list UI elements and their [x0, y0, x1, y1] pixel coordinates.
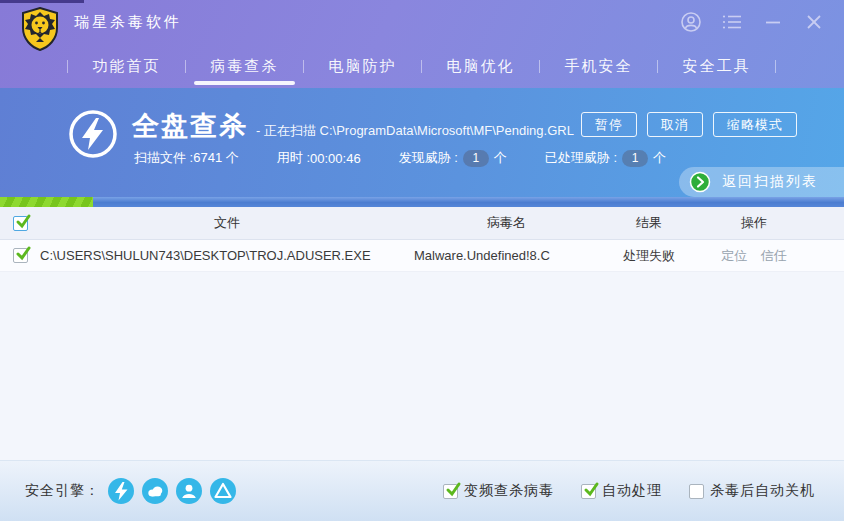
- cloud-engine-icon[interactable]: [142, 478, 168, 504]
- cancel-button[interactable]: 取消: [647, 112, 703, 137]
- minimize-icon[interactable]: [761, 10, 785, 34]
- stat-files-scanned: 扫描文件 : 6741 个: [134, 149, 239, 167]
- user-engine-icon[interactable]: [176, 478, 202, 504]
- account-icon[interactable]: [679, 10, 703, 34]
- stat-label: 用时 :: [277, 149, 310, 167]
- row-file-path: C:\USERS\SHULUN743\DESKTOP\TROJ.ADUSER.E…: [40, 248, 414, 263]
- scan-stats: 扫描文件 : 6741 个 用时 : 00:00:46 发现威胁 : 1 个 已…: [134, 149, 704, 167]
- scan-progress-fill: [0, 197, 93, 207]
- stat-label: 扫描文件 :: [134, 149, 193, 167]
- tab-label: 功能首页: [93, 57, 161, 76]
- stat-value: 6741 个: [193, 149, 239, 167]
- results-table-header: 文件 病毒名 结果 操作: [0, 207, 844, 240]
- main-nav: 功能首页 病毒查杀 电脑防护 电脑优化 手机安全 安全工具: [0, 44, 844, 88]
- select-all-checkbox[interactable]: [13, 216, 28, 231]
- drive-engine-icon[interactable]: [210, 478, 236, 504]
- thumbnail-mode-button[interactable]: 缩略模式: [713, 112, 797, 137]
- scan-progress-bar: [0, 197, 844, 207]
- scan-buttons: 暂停 取消 缩略模式: [581, 112, 797, 137]
- tab-label: 病毒查杀: [211, 57, 279, 76]
- row-result: 处理失败: [599, 247, 699, 265]
- stat-unit: 个: [653, 149, 666, 167]
- stat-threats-found: 发现威胁 : 1 个: [399, 149, 507, 167]
- stat-value: 00:00:46: [310, 151, 361, 166]
- tab-pc-protection[interactable]: 电脑防护: [304, 44, 421, 88]
- row-virus-name: Malware.Undefined!8.C: [414, 248, 599, 263]
- tab-security-tools[interactable]: 安全工具: [658, 44, 775, 88]
- footer-options: 变频查杀病毒 自动处理 杀毒后自动关机: [443, 482, 815, 500]
- option-label: 变频查杀病毒: [464, 482, 554, 500]
- option-label: 杀毒后自动关机: [710, 482, 815, 500]
- back-button-label: 返回扫描列表: [722, 173, 818, 191]
- stat-label: 已处理威胁 :: [545, 149, 617, 167]
- results-empty-area: [0, 272, 844, 460]
- option-smart-scan[interactable]: 变频查杀病毒: [443, 482, 554, 500]
- menu-icon[interactable]: [720, 10, 744, 34]
- scan-title: 全盘查杀: [132, 108, 248, 144]
- locate-link[interactable]: 定位: [721, 248, 747, 263]
- app-logo-lion-shield-icon: [20, 7, 60, 55]
- row-actions: 定位 信任: [699, 247, 809, 265]
- lightning-scan-icon: [68, 109, 118, 163]
- app-title: 瑞星杀毒软件: [74, 13, 182, 32]
- row-checkbox[interactable]: [13, 248, 28, 263]
- option-shutdown-after[interactable]: 杀毒后自动关机: [689, 482, 815, 500]
- threats-handled-badge: 1: [622, 150, 648, 167]
- stat-threats-handled: 已处理威胁 : 1 个: [545, 149, 666, 167]
- footer-bar: 安全引擎：: [0, 460, 844, 521]
- titlebar: 瑞星杀毒软件: [0, 0, 844, 44]
- header: 瑞星杀毒软件: [0, 0, 844, 88]
- engine-icons: [108, 478, 236, 504]
- tab-mobile-security[interactable]: 手机安全: [540, 44, 657, 88]
- back-to-scan-list-button[interactable]: 返回扫描列表: [679, 167, 844, 197]
- table-row[interactable]: C:\USERS\SHULUN743\DESKTOP\TROJ.ADUSER.E…: [0, 240, 844, 272]
- trust-link[interactable]: 信任: [761, 248, 787, 263]
- scan-heading: 全盘查杀 - 正在扫描 C:\ProgramData\Microsoft\MF\…: [132, 108, 574, 144]
- threats-found-badge: 1: [463, 150, 489, 167]
- engine-label: 安全引擎：: [25, 482, 100, 500]
- window-controls: [679, 0, 826, 44]
- header-virus-name: 病毒名: [414, 214, 599, 232]
- bolt-engine-icon[interactable]: [108, 478, 134, 504]
- close-icon[interactable]: [802, 10, 826, 34]
- option-label: 自动处理: [602, 482, 662, 500]
- green-arrow-icon: [689, 171, 711, 193]
- nav-separator: [775, 60, 776, 73]
- shutdown-after-checkbox[interactable]: [689, 484, 704, 499]
- antivirus-window: 瑞星杀毒软件: [0, 0, 844, 521]
- header-file: 文件: [40, 214, 414, 232]
- smart-scan-checkbox[interactable]: [443, 484, 458, 499]
- stat-unit: 个: [494, 149, 507, 167]
- tab-virus-scan[interactable]: 病毒查杀: [186, 44, 303, 88]
- header-result: 结果: [599, 214, 699, 232]
- auto-handle-checkbox[interactable]: [581, 484, 596, 499]
- tab-label: 电脑优化: [447, 57, 515, 76]
- stat-label: 发现威胁 :: [399, 149, 458, 167]
- tab-label: 安全工具: [683, 57, 751, 76]
- scan-status-text: - 正在扫描 C:\ProgramData\Microsoft\MF\Pendi…: [256, 122, 574, 140]
- header-action: 操作: [699, 214, 809, 232]
- stat-elapsed-time: 用时 : 00:00:46: [277, 149, 361, 167]
- tab-home[interactable]: 功能首页: [68, 44, 185, 88]
- option-auto-handle[interactable]: 自动处理: [581, 482, 662, 500]
- tab-pc-optimize[interactable]: 电脑优化: [422, 44, 539, 88]
- tab-label: 电脑防护: [329, 57, 397, 76]
- tab-active-underline: [194, 81, 295, 85]
- pause-button[interactable]: 暂停: [581, 112, 637, 137]
- scan-panel: 全盘查杀 - 正在扫描 C:\ProgramData\Microsoft\MF\…: [0, 88, 844, 197]
- tab-label: 手机安全: [565, 57, 633, 76]
